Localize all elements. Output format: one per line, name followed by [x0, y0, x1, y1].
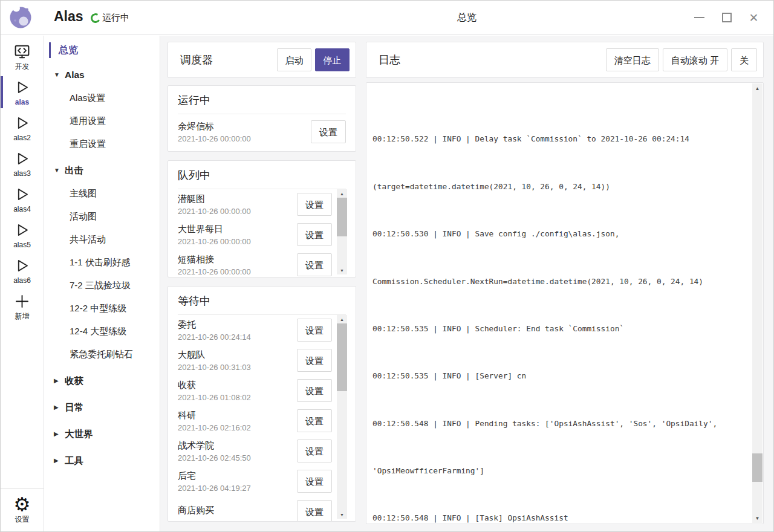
waiting-task-list: 委托 2021-10-26 00:24:14 设置 大舰队 2021-10-26…: [168, 315, 356, 522]
nav-item-label: 日常: [65, 401, 83, 414]
instance-item[interactable]: alas4: [1, 181, 44, 217]
nav-item[interactable]: ▶ 收获: [44, 369, 160, 392]
task-time: 2021-10-26 01:08:02: [178, 393, 297, 402]
task-setting-button[interactable]: 设置: [297, 409, 332, 432]
task-row: 科研 2021-10-26 02:16:02 设置: [178, 406, 332, 436]
alas-window: Alas 运行中 总览 ✕: [0, 0, 774, 532]
scroll-down-icon[interactable]: ▼: [337, 266, 347, 274]
nav-item[interactable]: 7-2 三战捡垃圾: [44, 274, 160, 297]
task-setting-button[interactable]: 设置: [297, 193, 332, 216]
play-icon: [14, 186, 30, 203]
nav-item[interactable]: ▼ 出击: [44, 159, 160, 182]
nav-item[interactable]: ▶ 工具: [44, 449, 160, 472]
nav-item[interactable]: 通用设置: [44, 109, 160, 132]
nav-item[interactable]: 总览: [44, 41, 160, 59]
task-time: 2021-10-26 00:24:14: [178, 332, 297, 342]
scroll-thumb[interactable]: [337, 323, 347, 391]
task-setting-button[interactable]: 设置: [297, 319, 332, 342]
nav-item[interactable]: 紧急委托刷钻石: [44, 343, 160, 366]
task-time: 2021-10-26 04:19:27: [178, 484, 297, 493]
nav-item-label: Alas设置: [70, 92, 105, 104]
instance-item[interactable]: alas2: [1, 110, 44, 146]
start-button[interactable]: 启动: [277, 48, 311, 71]
autoscroll-off-button[interactable]: 关: [731, 48, 757, 71]
task-setting-button[interactable]: 设置: [297, 379, 332, 402]
instance-label: alas3: [13, 169, 31, 178]
stop-button[interactable]: 停止: [315, 48, 350, 71]
nav-item-label: 通用设置: [70, 115, 106, 127]
waiting-scrollbar[interactable]: ▲ ▼: [337, 315, 347, 519]
clear-log-button[interactable]: 清空日志: [606, 48, 659, 71]
nav-item[interactable]: 12-2 中型练级: [44, 297, 160, 320]
nav-item[interactable]: 12-4 大型练级: [44, 320, 160, 343]
settings-button[interactable]: ⚙ 设置: [1, 488, 44, 531]
scroll-up-icon[interactable]: ▲: [337, 189, 347, 198]
gear-icon: ⚙: [14, 495, 31, 514]
nav-item-label: 总览: [59, 44, 78, 57]
code-monitor-icon: [13, 43, 31, 60]
instance-item[interactable]: alas6: [1, 253, 44, 288]
nav-item[interactable]: 共斗活动: [44, 228, 160, 251]
waiting-title: 等待中: [178, 294, 346, 315]
pending-card: 队列中 潜艇图 2021-10-26 00:00:00 设置 大世界每日: [167, 160, 356, 277]
nav-item[interactable]: ▼ Alas: [44, 63, 160, 86]
task-row: 潜艇图 2021-10-26 00:00:00 设置: [178, 189, 332, 219]
task-time: 2021-10-26 02:45:50: [178, 453, 297, 462]
scroll-up-icon[interactable]: ▲: [752, 83, 763, 93]
log-panel[interactable]: 00:12:50.522 | INFO | Delay task `Commis…: [366, 82, 764, 524]
task-name: 战术学院: [178, 440, 297, 452]
scroll-thumb[interactable]: [337, 198, 347, 236]
scroll-up-icon[interactable]: ▲: [337, 315, 347, 323]
settings-label: 设置: [15, 515, 30, 524]
instance-item[interactable]: alas3: [1, 146, 44, 181]
nav-item[interactable]: 主线图: [44, 182, 160, 205]
task-row: 短猫相接 2021-10-26 00:00:00 设置: [178, 250, 332, 277]
nav-item-label: 活动图: [70, 211, 97, 222]
nav-item[interactable]: 活动图: [44, 205, 160, 228]
close-button[interactable]: ✕: [740, 1, 767, 34]
instance-item[interactable]: alas: [1, 74, 44, 110]
task-row: 收获 2021-10-26 01:08:02 设置: [178, 375, 332, 406]
log-column: 日志 清空日志 自动滚动 开 关 00:12:50.522 | INFO | D…: [366, 42, 764, 524]
scroll-thumb[interactable]: [752, 453, 763, 482]
task-setting-button[interactable]: 设置: [297, 470, 332, 493]
scroll-down-icon[interactable]: ▼: [337, 510, 347, 519]
nav-item[interactable]: ▶ 大世界: [44, 423, 160, 446]
nav-item-label: 收获: [65, 375, 83, 388]
scroll-down-icon[interactable]: ▼: [752, 513, 763, 523]
task-row: 委托 2021-10-26 00:24:14 设置: [178, 315, 332, 345]
minimize-icon: [694, 17, 704, 18]
log-line: 00:12:50.548 | INFO | Pending tasks: ['O…: [372, 418, 745, 430]
task-name: 潜艇图: [178, 193, 297, 205]
task-setting-button[interactable]: 设置: [297, 500, 332, 522]
maximize-button[interactable]: [713, 1, 740, 34]
task-setting-button[interactable]: 设置: [297, 253, 332, 276]
log-line: Commission.Scheduler.NextRun=datetime.da…: [372, 276, 745, 288]
instance-item[interactable]: alas5: [1, 217, 44, 253]
log-scrollbar[interactable]: ▲ ▼: [752, 83, 763, 523]
titlebar: Alas 运行中 总览 ✕: [1, 1, 773, 35]
nav-item[interactable]: ▶ 日常: [44, 396, 160, 419]
play-icon: [14, 151, 30, 167]
task-setting-button[interactable]: 设置: [297, 223, 332, 246]
instance-sidebar: 开发: [1, 36, 44, 531]
minimize-button[interactable]: [686, 1, 713, 34]
task-name: 商店购买: [178, 505, 297, 516]
instance-label: 新增: [15, 312, 30, 320]
nav-item[interactable]: 重启设置: [44, 132, 160, 155]
task-name: 科研: [178, 410, 297, 421]
instance-item[interactable]: 开发: [1, 39, 44, 74]
nav-list: 总览 ▼ Alas Alas设置 通用设置: [44, 41, 160, 472]
task-setting-button[interactable]: 设置: [297, 349, 332, 372]
task-setting-button[interactable]: 设置: [297, 440, 332, 462]
nav-item[interactable]: Alas设置: [44, 86, 160, 109]
nav-item[interactable]: 1-1 伏击刷好感: [44, 251, 160, 274]
task-setting-button[interactable]: 设置: [311, 120, 346, 143]
task-row: 余烬信标 2021-10-26 00:00:00 设置: [178, 114, 346, 149]
nav-item-label: 12-4 大型练级: [70, 326, 126, 337]
play-icon: [14, 79, 30, 96]
pending-scrollbar[interactable]: ▲ ▼: [337, 189, 347, 274]
pending-task-list: 潜艇图 2021-10-26 00:00:00 设置 大世界每日 2021-10…: [168, 189, 356, 277]
autoscroll-on-button[interactable]: 自动滚动 开: [663, 48, 727, 71]
instance-item[interactable]: 新增: [1, 288, 44, 324]
